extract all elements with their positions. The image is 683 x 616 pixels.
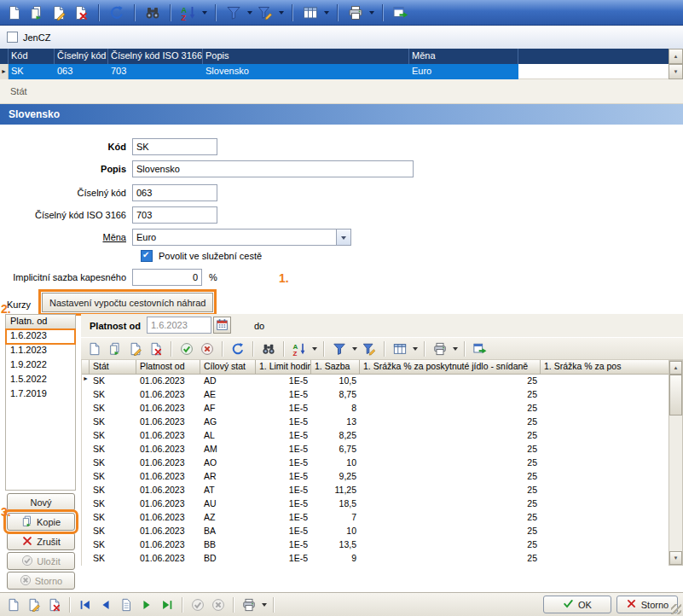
jencz-checkbox[interactable] [7,32,18,43]
table-cell[interactable]: 18,5 [311,497,360,511]
table-cell[interactable]: 01.06.2023 [136,552,200,566]
ciselny-kod-input[interactable] [132,184,217,201]
table-cell[interactable]: 25 [360,511,541,525]
table-cell[interactable]: 1E-5 [256,552,311,566]
table-cell[interactable] [541,497,669,511]
table-cell[interactable]: BD [200,552,256,566]
table-cell[interactable]: SK [90,470,136,484]
table-cell[interactable]: SK [90,429,136,443]
table-cell[interactable] [541,416,669,429]
table-cell[interactable]: AU [200,497,256,511]
table-cell[interactable]: 01.06.2023 [136,402,200,416]
resize-grip[interactable] [671,604,681,614]
table-cell[interactable]: 01.06.2023 [136,375,200,388]
table-cell[interactable] [541,538,669,552]
table-cell[interactable]: SK [90,375,136,388]
cancel-circle-gray-button[interactable] [208,596,229,614]
table-cell[interactable]: AR [200,470,256,484]
table-cell[interactable]: 25 [360,429,541,443]
table-cell[interactable] [541,443,669,456]
table-row[interactable]: SK01.06.2023AM1E-56,7525 [82,443,669,456]
page-copy-button[interactable] [26,3,48,23]
platnost-list-item[interactable]: 1.7.2019 [6,387,75,402]
table-row[interactable]: ►SK01.06.2023AD1E-510,525 [82,375,669,388]
table-cell[interactable] [541,429,669,443]
table-cell[interactable]: 25 [360,402,541,416]
table-cell[interactable] [541,470,669,484]
columns-button[interactable] [390,340,410,358]
sort-az-dropdown[interactable] [310,339,319,359]
table-cell[interactable]: AD [200,375,256,388]
povolit-checkbox[interactable] [141,250,153,262]
nav-next-button[interactable] [136,596,157,614]
table-cell[interactable]: SK [90,484,136,497]
table-cell[interactable]: SK [90,538,136,552]
kopie-button[interactable]: Kopie [7,513,75,531]
table-row[interactable]: SK01.06.2023AL1E-58,2525 [82,429,669,443]
nastaveni-button[interactable]: Nastavení vypočtu cestovních náhrad [42,293,213,312]
table-cell[interactable]: SK [90,443,136,456]
table-cell[interactable]: AZ [200,511,256,525]
print-dropdown[interactable] [259,595,269,615]
filter-dropdown[interactable] [350,339,359,359]
popis-input[interactable] [132,160,414,177]
nav-first-button[interactable] [75,596,96,614]
cell-iso[interactable]: 703 [108,64,203,79]
platnost-list-item[interactable]: 1.5.2022 [6,373,75,387]
page-edit-button[interactable] [48,3,70,23]
filter-button[interactable] [223,3,245,23]
scroll-down-icon[interactable]: ▼ [669,551,682,565]
table-cell[interactable]: 11,25 [311,484,360,497]
binoculars-button[interactable] [142,3,164,23]
table-cell[interactable]: 9 [311,552,360,566]
grid-column-header[interactable]: 1. Sazba [311,360,360,375]
novy-button[interactable]: Nový [7,493,75,511]
table-cell[interactable]: 6,75 [311,443,360,456]
filter-button[interactable] [329,340,350,358]
table-cell[interactable]: 25 [360,375,541,388]
table-cell[interactable]: SK [90,416,136,429]
table-cell[interactable]: 25 [360,416,541,429]
filter-dropdown[interactable] [245,3,254,23]
filter-edit-button[interactable] [359,340,379,358]
columns-dropdown[interactable] [321,3,331,23]
table-cell[interactable]: 8 [311,402,360,416]
export-button[interactable] [390,3,412,23]
print-dropdown[interactable] [367,3,376,23]
table-cell[interactable]: 10 [311,525,360,538]
table-cell[interactable]: 1E-5 [256,456,311,470]
columns-dropdown[interactable] [410,339,420,359]
scroll-down-icon[interactable]: ▼ [669,64,683,79]
table-cell[interactable]: 25 [360,538,541,552]
page-new-button[interactable] [84,340,105,358]
cell-ciselny-kod[interactable]: 063 [55,64,108,79]
column-header-popis[interactable]: Popis [203,49,409,64]
column-header-mena[interactable]: Měna [409,49,518,64]
table-cell[interactable]: 25 [360,552,541,566]
table-cell[interactable]: 01.06.2023 [136,538,200,552]
countries-scrollbar[interactable]: ▲ ▼ [669,49,683,79]
table-cell[interactable]: 8,25 [311,429,360,443]
column-header-iso[interactable]: Číselný kód ISO 3166 [108,49,203,64]
table-cell[interactable]: SK [90,497,136,511]
page-edit-button[interactable] [125,340,146,358]
scroll-up-icon[interactable]: ▲ [669,49,683,64]
grid-column-header[interactable]: Stát [90,360,136,375]
table-row[interactable]: SK01.06.2023AE1E-58,7525 [82,388,669,402]
export-button[interactable] [470,340,490,358]
table-cell[interactable]: 8,75 [311,388,360,402]
print-dropdown[interactable] [450,339,460,359]
table-row[interactable]: SK01.06.2023BD1E-5925 [82,552,669,566]
countries-selected-row[interactable]: ► SK 063 703 Slovensko Euro [0,64,669,79]
table-cell[interactable]: AE [200,388,256,402]
columns-button[interactable] [299,3,321,23]
table-row[interactable]: SK01.06.2023BB1E-513,525 [82,538,669,552]
table-cell[interactable]: 01.06.2023 [136,429,200,443]
table-row[interactable]: SK01.06.2023BA1E-51025 [82,525,669,538]
mena-dropdown-icon[interactable] [336,230,350,245]
platnost-list-header[interactable]: Platn. od [6,315,75,329]
nav-prev-button[interactable] [96,596,116,614]
table-row[interactable]: SK01.06.2023AO1E-51025 [82,456,669,470]
check-circle-gray-button[interactable] [188,596,208,614]
table-cell[interactable] [541,525,669,538]
